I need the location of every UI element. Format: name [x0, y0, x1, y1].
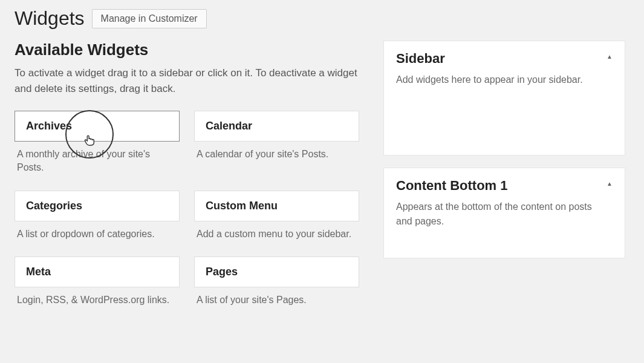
widget-area-sidebar-title: Sidebar [396, 51, 583, 67]
collapse-arrow-icon[interactable]: ▲ [607, 51, 613, 60]
widget-area-content-bottom-1-title: Content Bottom 1 [396, 178, 607, 194]
widget-archives[interactable]: Archives [15, 111, 180, 142]
widget-custom-menu[interactable]: Custom Menu [194, 191, 359, 221]
page-title: Widgets [15, 7, 85, 30]
widget-area-sidebar[interactable]: Sidebar Add widgets here to appear in yo… [383, 41, 625, 155]
widget-archives-title: Archives [26, 120, 168, 132]
widget-meta[interactable]: Meta [15, 257, 180, 287]
widget-calendar-desc: A calendar of your site's Posts. [194, 148, 359, 169]
widget-categories-title: Categories [26, 200, 168, 212]
widget-meta-title: Meta [26, 266, 168, 278]
widget-area-sidebar-desc: Add widgets here to appear in your sideb… [396, 73, 583, 87]
available-widgets-panel: Available Widgets To activate a widget d… [15, 41, 359, 316]
widget-categories-desc: A list or dropdown of categories. [15, 227, 180, 249]
widget-calendar-title: Calendar [206, 120, 348, 132]
collapse-arrow-icon[interactable]: ▲ [607, 178, 613, 187]
page-header: Widgets Manage in Customizer [15, 0, 629, 41]
available-widgets-description: To activate a widget drag it to a sideba… [15, 65, 359, 96]
widget-pages-title: Pages [206, 266, 348, 278]
available-widgets-title: Available Widgets [15, 41, 359, 59]
widget-pages[interactable]: Pages [194, 257, 359, 287]
widget-categories[interactable]: Categories [15, 191, 180, 221]
widget-area-content-bottom-1[interactable]: Content Bottom 1 Appears at the bottom o… [383, 168, 625, 258]
widget-meta-desc: Login, RSS, & WordPress.org links. [15, 293, 180, 315]
widget-archives-desc: A monthly archive of your site's Posts. [15, 148, 180, 183]
widget-custom-menu-desc: Add a custom menu to your sidebar. [194, 227, 359, 249]
manage-customizer-button[interactable]: Manage in Customizer [92, 9, 207, 28]
widget-calendar[interactable]: Calendar [194, 111, 359, 142]
widget-pages-desc: A list of your site's Pages. [194, 293, 359, 315]
widget-area-content-bottom-1-desc: Appears at the bottom of the content on … [396, 200, 607, 229]
widget-custom-menu-title: Custom Menu [206, 200, 348, 212]
widget-areas-panel: Sidebar Add widgets here to appear in yo… [383, 41, 625, 316]
